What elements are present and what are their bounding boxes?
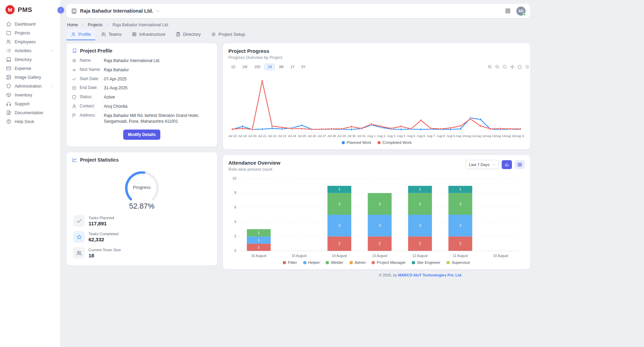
folder-icon — [6, 30, 11, 35]
zoom-in-icon[interactable] — [487, 64, 492, 69]
chart-menu-icon[interactable] — [525, 64, 530, 69]
brand-name: PMS — [18, 6, 32, 14]
svg-text:2: 2 — [234, 235, 236, 238]
reset-zoom-icon[interactable] — [517, 64, 522, 69]
sidebar-collapse-button[interactable] — [58, 7, 64, 13]
svg-text:3: 3 — [338, 223, 340, 227]
tab-directory[interactable]: Directory — [171, 29, 205, 40]
sidebar-item-image-gallery[interactable]: Image Gallery — [3, 73, 57, 81]
company-link[interactable]: MARCO AIoT Technologies Pvt. Ltd. — [398, 273, 462, 277]
sidebar-item-support[interactable]: Support — [3, 100, 57, 108]
legend-item[interactable]: Completed Work — [377, 140, 412, 145]
table-view-button[interactable] — [515, 160, 525, 169]
range-3m[interactable]: 3M — [276, 64, 286, 70]
svg-text:Jul 23: Jul 23 — [278, 134, 286, 138]
company-selector[interactable]: Raja Bahadur International Ltd. — [80, 8, 160, 14]
chart-title: Attendance Overview — [228, 160, 280, 166]
sidebar-item-help-desk[interactable]: Help Desk — [3, 117, 57, 126]
field-contact: Contact: Anuj Chordia — [72, 104, 212, 109]
svg-text:Jul 19: Jul 19 — [238, 134, 247, 138]
svg-text:1: 1 — [258, 238, 260, 242]
pan-icon[interactable] — [510, 64, 515, 69]
apps-grid-icon[interactable] — [505, 8, 511, 14]
svg-text:13 August: 13 August — [372, 254, 387, 258]
user-avatar[interactable]: AD — [516, 6, 526, 16]
chevron-right-icon — [81, 23, 85, 27]
main-content: Raja Bahadur International Ltd. AD Home … — [61, 0, 530, 281]
svg-text:Jul 27: Jul 27 — [318, 134, 326, 138]
range-15d[interactable]: 15D — [252, 64, 263, 70]
tab-infrastructure[interactable]: Infrastructure — [127, 29, 170, 40]
shield-icon — [6, 84, 11, 89]
range-5y[interactable]: 5Y — [299, 64, 308, 70]
svg-text:Jul 18: Jul 18 — [228, 134, 237, 138]
legend-item[interactable]: Welder — [326, 260, 343, 265]
field-status: Status: Active — [72, 94, 212, 100]
selection-zoom-icon[interactable] — [502, 64, 507, 69]
range-1w[interactable]: 1W — [240, 64, 250, 70]
project-progress-chart: Jul 18Jul 19Jul 20Jul 21Jul 22Jul 23Jul … — [228, 72, 525, 140]
chevron-right-icon — [50, 84, 54, 88]
users-icon — [6, 39, 11, 44]
brand-logo[interactable]: M PMS — [0, 0, 60, 19]
project-statistics-card: Project Statistics Progress 52.87% Tasks… — [66, 152, 217, 266]
svg-text:1: 1 — [258, 231, 260, 235]
gear-icon — [72, 58, 77, 63]
legend-item[interactable]: Fitter — [283, 260, 297, 265]
svg-text:3: 3 — [379, 202, 381, 206]
tab-teams[interactable]: Teams — [97, 29, 126, 40]
footer: © 2025, by MARCO AIoT Technologies Pvt. … — [66, 273, 530, 277]
gear-icon — [211, 32, 216, 37]
svg-text:3: 3 — [379, 223, 381, 227]
credit-card-icon — [6, 66, 11, 71]
zoom-out-icon[interactable] — [495, 64, 500, 69]
stat-tasks-completed: Tasks Completed 62,332 — [72, 231, 212, 243]
svg-text:Aug 10: Aug 10 — [455, 134, 465, 138]
modify-details-button[interactable]: Modify Details — [123, 130, 160, 140]
range-1m[interactable]: 1M — [264, 64, 275, 70]
project-profile-card: Project Profile Name: Raja Bahadur Inter… — [66, 43, 217, 147]
svg-text:4: 4 — [234, 220, 236, 224]
legend-item[interactable]: Site Engineer — [412, 260, 440, 265]
copyright-text: © 2025, by — [379, 273, 398, 277]
users-icon — [101, 32, 106, 37]
svg-text:Aug 11: Aug 11 — [466, 134, 476, 138]
legend-item[interactable]: Admin — [350, 260, 366, 265]
sidebar-item-documentation[interactable]: Documentation — [3, 108, 57, 117]
range-1y[interactable]: 1Y — [288, 64, 297, 70]
svg-text:Aug 8: Aug 8 — [437, 134, 445, 138]
sidebar-item-projects[interactable]: Projects — [3, 29, 57, 37]
help-circle-icon — [6, 119, 11, 124]
field-end-date: End Date: 31-Aug-2025 — [72, 85, 212, 91]
sidebar-item-inventory[interactable]: Inventory — [3, 91, 57, 99]
svg-text:2: 2 — [459, 241, 461, 245]
legend-item[interactable]: Planned Work — [342, 140, 371, 145]
book-icon — [6, 57, 11, 62]
svg-text:2: 2 — [338, 241, 340, 245]
sidebar-item-administration[interactable]: Administration — [3, 82, 57, 90]
svg-text:Jul 22: Jul 22 — [268, 134, 276, 138]
svg-text:1: 1 — [459, 187, 461, 191]
legend-item[interactable]: Supervisor — [447, 260, 470, 265]
breadcrumb-home[interactable]: Home — [67, 22, 78, 27]
sidebar-item-employees[interactable]: Employees — [3, 37, 57, 46]
sidebar-item-expense[interactable]: Expense — [3, 64, 57, 73]
tab-project-setup[interactable]: Project Setup — [207, 29, 249, 40]
svg-text:Jul 26: Jul 26 — [308, 134, 316, 138]
sidebar-item-directory[interactable]: Directory — [3, 55, 57, 64]
range-1d[interactable]: 1D — [228, 64, 238, 70]
sidebar-item-dashboard[interactable]: Dashboard — [3, 20, 57, 28]
chart-view-button[interactable] — [502, 160, 512, 169]
tab-profile[interactable]: Profile — [66, 29, 95, 40]
chevron-down-icon — [156, 9, 160, 13]
breadcrumb-projects[interactable]: Projects — [88, 22, 102, 27]
svg-text:3: 3 — [338, 202, 340, 206]
legend-item[interactable]: Helper — [303, 260, 320, 265]
date-range-select[interactable]: Last 7 Days — [465, 160, 499, 169]
sidebar-item-activities[interactable]: Activities — [3, 46, 57, 55]
legend-item[interactable]: Project Manager — [372, 260, 405, 265]
check-icon — [72, 77, 77, 81]
svg-text:8: 8 — [234, 191, 236, 195]
field-start-date: Start Date: 07-Apr-2025 — [72, 76, 212, 82]
field-name: Name: Raja Bahadur International Ltd. — [72, 58, 212, 64]
